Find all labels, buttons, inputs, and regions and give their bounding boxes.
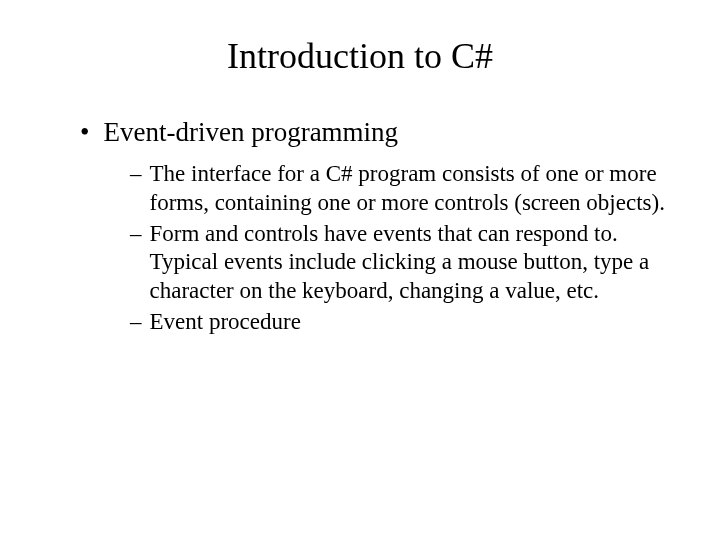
dash-icon: –	[130, 308, 142, 337]
bullet-level2-text: Event procedure	[150, 308, 301, 337]
bullet-level2-item: – Event procedure	[130, 308, 670, 337]
bullet-level2-item: – The interface for a C# program consist…	[130, 160, 670, 218]
slide-title: Introduction to C#	[50, 35, 670, 77]
bullet-level1-item: • Event-driven programming	[80, 115, 670, 150]
dash-icon: –	[130, 160, 142, 189]
bullet-dot-icon: •	[80, 115, 89, 150]
bullet-level2-text: Form and controls have events that can r…	[150, 220, 670, 306]
dash-icon: –	[130, 220, 142, 249]
bullet-level2-text: The interface for a C# program consists …	[150, 160, 670, 218]
bullet-level2-list: – The interface for a C# program consist…	[130, 160, 670, 337]
bullet-level2-item: – Form and controls have events that can…	[130, 220, 670, 306]
bullet-level1-text: Event-driven programming	[103, 115, 398, 150]
bullet-level1-list: • Event-driven programming	[80, 115, 670, 150]
